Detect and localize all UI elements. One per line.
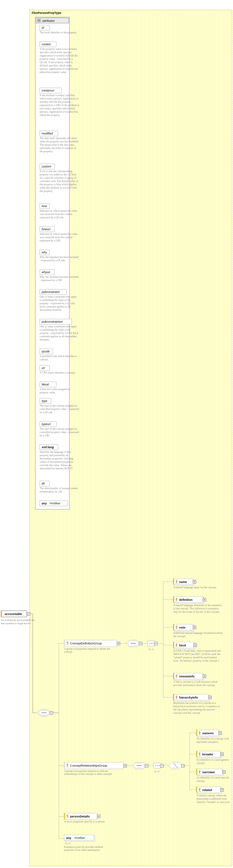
plus-icon[interactable] (221, 753, 224, 756)
plus-icon[interactable] (193, 580, 196, 583)
svg-text:ConceptDefinitionGroup: ConceptDefinitionGroup (70, 642, 102, 645)
attr-desc: The directionality of textual content (e… (40, 487, 79, 498)
svg-rect-130 (64, 762, 65, 769)
svg-text:type: type (41, 399, 47, 403)
plus-icon[interactable] (194, 644, 197, 647)
desc: In NAR 1.8 and later, facet is deprecate… (173, 649, 223, 671)
desc: Represents the position of a concept in … (173, 702, 223, 719)
svg-text:definition: definition (179, 598, 193, 601)
svg-text:broader: broader (202, 753, 213, 756)
svg-rect-115 (173, 673, 174, 679)
svg-text:whyuri: whyuri (41, 271, 51, 274)
plus-icon[interactable] (203, 598, 206, 601)
cdg-desc: A group of properties required to define… (64, 647, 114, 657)
svg-text:any: any (41, 502, 47, 505)
svg-text:dir: dir (41, 482, 45, 485)
svg-text:typeuri: typeuri (41, 423, 51, 426)
svg-rect-99 (173, 579, 174, 585)
svg-text:related: related (202, 788, 212, 792)
svg-text:note: note (179, 626, 185, 629)
minus-icon[interactable] (139, 642, 142, 645)
desc: Additional natural language information … (173, 631, 223, 640)
attr-desc: Indicates by which means the value was e… (40, 232, 79, 247)
svg-rect-143 (196, 751, 197, 757)
attr-desc: One or many constraints that apply to pu… (40, 325, 79, 346)
svg-text:narrower: narrower (202, 771, 215, 774)
minus-icon[interactable] (181, 764, 184, 767)
minus-icon[interactable] (160, 764, 163, 767)
attr-desc: Specifies the language of this property … (40, 451, 79, 478)
plus-icon[interactable] (97, 815, 100, 818)
person-details[interactable]: personDetails (64, 813, 100, 819)
minus-icon[interactable] (145, 764, 148, 767)
svg-text:why: why (41, 251, 47, 254)
attr-desc: Indicates by which means the value was e… (40, 209, 79, 224)
desc: A link to an item or a web resource whic… (173, 680, 223, 692)
desc: A related concept, where the relationshi… (196, 794, 233, 812)
attr-any-other[interactable]: any##other (40, 501, 68, 506)
svg-text:howuri: howuri (41, 227, 51, 231)
svg-text:personDetails: personDetails (70, 815, 90, 818)
svg-text:sameAs: sameAs (202, 732, 214, 735)
attr-desc: If set to true the corresponding propert… (40, 170, 79, 201)
svg-rect-46 (40, 25, 50, 30)
desc: An identifier of a more generic concept. (196, 758, 233, 766)
desc: A natural language name for the concept. (173, 586, 223, 594)
plus-icon[interactable] (117, 642, 120, 645)
plus-icon[interactable] (221, 788, 224, 792)
svg-text:literal: literal (41, 383, 49, 386)
attr-desc: A URI which identifies a concept. (40, 371, 79, 379)
attr-creatoruri: creatoruriIf the attribute is empty, spe… (40, 88, 79, 128)
desc: A natural language definition of the sem… (173, 604, 223, 622)
any-ext[interactable]: any ##other (64, 835, 95, 841)
svg-text:accountable: accountable (5, 612, 22, 616)
cdg-box[interactable]: ConceptDefinitionGroup (64, 640, 120, 647)
minus-icon[interactable] (154, 642, 157, 645)
plus-icon[interactable] (219, 732, 222, 735)
svg-rect-107 (173, 624, 174, 630)
svg-rect-111 (173, 642, 174, 648)
svg-text:ConceptRelationshipsGroup: ConceptRelationshipsGroup (70, 764, 108, 767)
attr-desc: Why the metadata has been included - exp… (40, 256, 79, 267)
svg-text:modified: modified (41, 132, 53, 135)
attr-desc: Why the metadata has been included - exp… (40, 275, 79, 287)
svg-text:0..∞: 0..∞ (149, 648, 154, 651)
root-desc: An individual accountable forthe content… (1, 619, 35, 625)
crg-desc: A group of properties required to indica… (64, 770, 120, 781)
svg-text:name: name (179, 580, 187, 584)
attr-desc: The date (and, optionally, the time) whe… (40, 137, 79, 161)
plus-icon[interactable] (223, 771, 225, 774)
any-ext-desc: Extension point for provider-defined pro… (64, 845, 114, 858)
svg-rect-151 (196, 787, 197, 793)
svg-text:0..∞: 0..∞ (65, 842, 70, 845)
minus-icon[interactable] (50, 711, 53, 714)
svg-text:pubconstrainturi: pubconstrainturi (41, 320, 63, 323)
minus-icon[interactable] (27, 612, 30, 615)
plus-icon[interactable] (124, 764, 126, 767)
plus-icon[interactable] (203, 675, 206, 678)
desc: An identifier of a concept with equivale… (196, 737, 233, 748)
attributes-icon (37, 19, 41, 22)
svg-text:custom: custom (41, 165, 52, 168)
svg-text:facet: facet (179, 644, 186, 647)
type-title: FlexPersonPropType (32, 11, 61, 14)
svg-text:##other: ##other (75, 836, 85, 840)
svg-text:uri: uri (41, 366, 45, 370)
root-element[interactable]: accountable (1, 611, 30, 617)
svg-rect-41 (1, 611, 2, 617)
svg-text:qcode: qcode (41, 350, 50, 353)
plus-icon[interactable] (208, 696, 211, 699)
svg-text:pubconstraint: pubconstraint (41, 290, 60, 293)
plus-icon[interactable] (193, 626, 196, 629)
svg-text:id: id (41, 26, 44, 29)
svg-rect-103 (173, 596, 174, 602)
attr-desc: The type of the concept assigned as cont… (40, 404, 79, 419)
svg-rect-160 (64, 813, 65, 819)
svg-text:xml:lang: xml:lang (41, 445, 54, 449)
attr-desc: If the property value is not defined, sp… (40, 48, 79, 85)
crg-box[interactable]: ConceptRelationshipsGroup (64, 762, 126, 769)
attr-desc: One or many constraints that apply to pu… (40, 295, 79, 316)
svg-rect-147 (196, 769, 197, 775)
desc: An identifier of a more specific concept… (196, 776, 233, 784)
attr-desc: A free-text value assigned as property v… (40, 388, 79, 396)
